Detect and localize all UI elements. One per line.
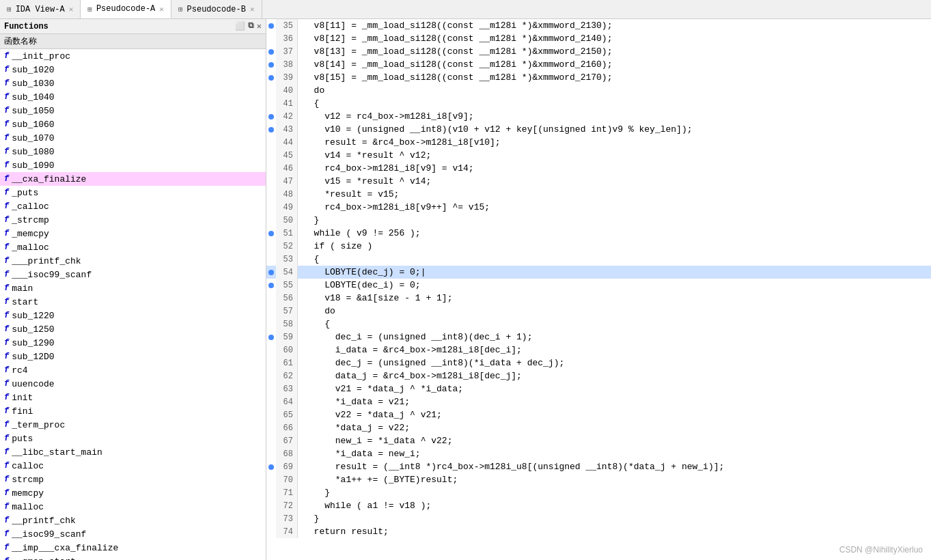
code-line[interactable]: 51 while ( v9 != 256 ); (266, 227, 931, 240)
code-line[interactable]: 58 { (266, 318, 931, 331)
code-line[interactable]: 43 v10 = (unsigned __int8)(v10 + v12 + k… (266, 123, 931, 136)
left-item[interactable]: f__isoc99_scanf (0, 527, 266, 541)
left-item[interactable]: frc4 (0, 363, 266, 377)
left-item[interactable]: f___isoc99_scanf (0, 268, 266, 281)
left-item[interactable]: f_memcpy (0, 227, 266, 240)
left-item[interactable]: f__gmon_start__ (0, 555, 266, 560)
code-line[interactable]: 47 v15 = *result ^ v14; (266, 175, 931, 188)
code-line[interactable]: 48 *result = v15; (266, 188, 931, 201)
tab-label-psb: Pseudocode-B (187, 5, 246, 14)
code-line[interactable]: 44 result = &rc4_box->m128i_i8[v10]; (266, 136, 931, 149)
left-item[interactable]: fuuencode (0, 377, 266, 391)
line-content: rc4_box->m128i_i8[v9++] ^= v15; (298, 201, 931, 214)
line-dot (266, 136, 276, 149)
restore-icon[interactable]: ⬜ (235, 21, 245, 31)
code-line[interactable]: 57 do (266, 305, 931, 318)
code-line[interactable]: 36 v8[12] = _mm_load_si128((const __m128… (266, 32, 931, 45)
code-line[interactable]: 60 i_data = &rc4_box->m128i_i8[dec_i]; (266, 344, 931, 356)
code-line[interactable]: 74 return result; (266, 525, 931, 538)
code-line[interactable]: 42 v12 = rc4_box->m128i_i8[v9]; (266, 110, 931, 123)
func-icon: f (4, 475, 9, 484)
tab-pseudocode-a[interactable]: ⊞ Pseudocode-A ✕ (81, 0, 171, 18)
func-icon: f (4, 215, 9, 225)
tab-close-psb[interactable]: ✕ (250, 5, 255, 14)
left-item[interactable]: f__libc_start_main (0, 445, 266, 459)
line-content: v12 = rc4_box->m128i_i8[v9]; (298, 110, 931, 123)
left-item[interactable]: fsub_1050 (0, 104, 266, 117)
code-line[interactable]: 64 *i_data = v21; (266, 395, 931, 408)
left-item[interactable]: f_strcmp (0, 213, 266, 227)
code-line[interactable]: 62 data_j = &rc4_box->m128i_i8[dec_j]; (266, 369, 931, 382)
left-item[interactable]: fputs (0, 432, 266, 445)
left-list[interactable]: f__init_procfsub_1020fsub_1030fsub_1040f… (0, 49, 266, 560)
left-item[interactable]: fcalloc (0, 459, 266, 473)
left-item[interactable]: f_term_proc (0, 418, 266, 432)
code-line[interactable]: 56 v18 = &a1[size - 1 + 1]; (266, 292, 931, 305)
code-line[interactable]: 66 *data_j = v22; (266, 421, 931, 434)
code-line[interactable]: 59 dec_i = (unsigned __int8)(dec_i + 1); (266, 331, 931, 344)
left-item[interactable]: f__init_proc (0, 49, 266, 63)
left-item[interactable]: finit (0, 391, 266, 404)
left-item[interactable]: fmalloc (0, 500, 266, 514)
left-item[interactable]: fstrcmp (0, 473, 266, 486)
left-item[interactable]: fmemcpy (0, 486, 266, 500)
code-line[interactable]: 35 v8[11] = _mm_load_si128((const __m128… (266, 19, 931, 32)
line-dot (266, 344, 276, 356)
code-line[interactable]: 73 } (266, 512, 931, 525)
left-item[interactable]: fsub_1020 (0, 63, 266, 76)
code-line[interactable]: 61 dec_j = (unsigned __int8)(*i_data + d… (266, 356, 931, 369)
code-line[interactable]: 40 do (266, 84, 931, 97)
code-line[interactable]: 52 if ( size ) (266, 240, 931, 253)
left-item[interactable]: ffini (0, 404, 266, 418)
left-item[interactable]: fsub_1030 (0, 76, 266, 90)
left-item[interactable]: fmain (0, 281, 266, 295)
code-line[interactable]: 69 result = (__int8 *)rc4_box->m128i_u8[… (266, 460, 931, 473)
code-line[interactable]: 54 LOBYTE(dec_j) = 0; (266, 266, 931, 279)
left-item[interactable]: f__cxa_finalize (0, 172, 266, 186)
code-line[interactable]: 53 { (266, 253, 931, 266)
func-icon: f (4, 229, 9, 238)
tab-close-psa[interactable]: ✕ (159, 5, 164, 14)
code-line[interactable]: 49 rc4_box->m128i_i8[v9++] ^= v15; (266, 201, 931, 214)
left-item[interactable]: fsub_12D0 (0, 350, 266, 363)
left-item[interactable]: f__printf_chk (0, 514, 266, 527)
code-line[interactable]: 65 v22 = *data_j ^ v21; (266, 408, 931, 421)
code-line[interactable]: 72 while ( a1 != v18 ); (266, 499, 931, 512)
code-line[interactable]: 45 v14 = *result ^ v12; (266, 149, 931, 162)
left-item[interactable]: fstart (0, 295, 266, 309)
left-item[interactable]: f___printf_chk (0, 254, 266, 268)
left-item[interactable]: f_malloc (0, 240, 266, 254)
code-line[interactable]: 50 } (266, 214, 931, 227)
code-line[interactable]: 55 LOBYTE(dec_i) = 0; (266, 279, 931, 292)
float-icon[interactable]: ⧉ (248, 21, 254, 31)
left-item[interactable]: f_calloc (0, 199, 266, 213)
code-line[interactable]: 68 *i_data = new_i; (266, 447, 931, 460)
right-panel[interactable]: 35 v8[11] = _mm_load_si128((const __m128… (266, 19, 931, 560)
left-item[interactable]: fsub_1040 (0, 90, 266, 104)
close-panel-icon[interactable]: ✕ (257, 21, 262, 31)
breakpoint-dot (268, 114, 274, 120)
left-item[interactable]: fsub_1290 (0, 336, 266, 350)
tab-close-ida[interactable]: ✕ (69, 5, 74, 14)
left-item[interactable]: fsub_1250 (0, 322, 266, 336)
code-line[interactable]: 70 *a1++ += (_BYTE)result; (266, 473, 931, 486)
left-item[interactable]: fsub_1080 (0, 145, 266, 158)
left-item[interactable]: fsub_1090 (0, 158, 266, 172)
code-line[interactable]: 37 v8[13] = _mm_load_si128((const __m128… (266, 45, 931, 58)
code-line[interactable]: 71 } (266, 486, 931, 499)
code-line[interactable]: 41 { (266, 97, 931, 110)
left-item[interactable]: fsub_1060 (0, 117, 266, 131)
left-item[interactable]: fsub_1220 (0, 309, 266, 322)
left-item[interactable]: fsub_1070 (0, 131, 266, 145)
code-line[interactable]: 39 v8[15] = _mm_load_si128((const __m128… (266, 71, 931, 84)
code-line[interactable]: 63 v21 = *data_j ^ *i_data; (266, 382, 931, 395)
tab-pseudocode-b[interactable]: ⊞ Pseudocode-B ✕ (171, 0, 262, 18)
func-name: rc4 (12, 365, 27, 376)
code-line[interactable]: 38 v8[14] = _mm_load_si128((const __m128… (266, 58, 931, 71)
left-item[interactable]: f__imp___cxa_finalize (0, 541, 266, 555)
func-icon: f (4, 311, 9, 320)
tab-ida-view-a[interactable]: ⊞ IDA View-A ✕ (0, 0, 81, 18)
code-line[interactable]: 67 new_i = *i_data ^ v22; (266, 434, 931, 447)
left-item[interactable]: f_puts (0, 186, 266, 199)
code-line[interactable]: 46 rc4_box->m128i_i8[v9] = v14; (266, 162, 931, 175)
